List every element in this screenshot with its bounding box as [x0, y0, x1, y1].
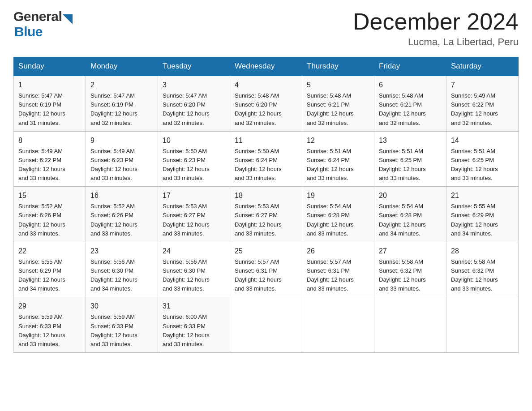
calendar-week-row: 8 Sunrise: 5:49 AMSunset: 6:22 PMDayligh… [14, 131, 519, 187]
calendar-cell [302, 297, 374, 353]
calendar-cell: 18 Sunrise: 5:53 AMSunset: 6:27 PMDaylig… [230, 187, 302, 242]
day-info: Sunrise: 5:55 AMSunset: 6:29 PMDaylight:… [18, 258, 65, 292]
day-info: Sunrise: 5:51 AMSunset: 6:25 PMDaylight:… [379, 148, 426, 181]
day-number: 10 [163, 135, 225, 146]
calendar-cell: 26 Sunrise: 5:57 AMSunset: 6:31 PMDaylig… [302, 242, 374, 297]
day-number: 3 [163, 80, 225, 90]
day-number: 16 [90, 190, 153, 201]
logo-blue-text: Blue [14, 24, 43, 39]
day-number: 7 [451, 80, 514, 90]
day-number: 21 [451, 190, 514, 201]
day-number: 4 [235, 80, 297, 90]
day-header-tuesday: Tuesday [158, 57, 230, 76]
calendar-cell: 14 Sunrise: 5:51 AMSunset: 6:25 PMDaylig… [446, 131, 519, 187]
calendar-cell: 12 Sunrise: 5:51 AMSunset: 6:24 PMDaylig… [302, 131, 374, 187]
day-info: Sunrise: 5:49 AMSunset: 6:22 PMDaylight:… [451, 92, 498, 126]
day-info: Sunrise: 5:48 AMSunset: 6:20 PMDaylight:… [235, 92, 282, 126]
day-info: Sunrise: 5:56 AMSunset: 6:30 PMDaylight:… [90, 258, 137, 292]
calendar-cell: 30 Sunrise: 5:59 AMSunset: 6:33 PMDaylig… [86, 297, 158, 353]
calendar-cell: 11 Sunrise: 5:50 AMSunset: 6:24 PMDaylig… [230, 131, 302, 187]
calendar-week-row: 22 Sunrise: 5:55 AMSunset: 6:29 PMDaylig… [14, 242, 519, 297]
day-number: 6 [379, 80, 442, 90]
calendar-cell: 10 Sunrise: 5:50 AMSunset: 6:23 PMDaylig… [158, 131, 230, 187]
day-number: 11 [235, 135, 297, 146]
day-info: Sunrise: 5:59 AMSunset: 6:33 PMDaylight:… [90, 313, 137, 347]
calendar-cell: 19 Sunrise: 5:54 AMSunset: 6:28 PMDaylig… [302, 187, 374, 242]
calendar-cell: 2 Sunrise: 5:47 AMSunset: 6:19 PMDayligh… [86, 76, 158, 131]
day-info: Sunrise: 5:57 AMSunset: 6:31 PMDaylight:… [307, 258, 354, 292]
day-number: 12 [307, 135, 369, 146]
day-number: 2 [90, 80, 153, 90]
calendar-cell: 1 Sunrise: 5:47 AMSunset: 6:19 PMDayligh… [14, 76, 86, 131]
day-info: Sunrise: 5:50 AMSunset: 6:23 PMDaylight:… [163, 148, 210, 181]
day-info: Sunrise: 5:52 AMSunset: 6:26 PMDaylight:… [18, 203, 65, 236]
day-number: 14 [451, 135, 514, 146]
calendar-cell: 28 Sunrise: 5:58 AMSunset: 6:32 PMDaylig… [446, 242, 519, 297]
day-number: 18 [235, 190, 297, 201]
day-header-monday: Monday [86, 57, 158, 76]
calendar-cell: 21 Sunrise: 5:55 AMSunset: 6:29 PMDaylig… [446, 187, 519, 242]
logo: General Blue [13, 9, 73, 39]
day-number: 9 [90, 135, 153, 146]
svg-marker-0 [63, 14, 73, 24]
day-number: 1 [18, 80, 81, 90]
calendar-header-row: SundayMondayTuesdayWednesdayThursdayFrid… [14, 57, 519, 76]
day-info: Sunrise: 5:47 AMSunset: 6:20 PMDaylight:… [163, 92, 210, 126]
day-info: Sunrise: 5:54 AMSunset: 6:28 PMDaylight:… [379, 203, 426, 236]
day-number: 24 [163, 246, 225, 257]
day-number: 5 [307, 80, 369, 90]
logo-general-text: General [13, 9, 62, 24]
day-info: Sunrise: 5:54 AMSunset: 6:28 PMDaylight:… [307, 203, 354, 236]
calendar-cell: 22 Sunrise: 5:55 AMSunset: 6:29 PMDaylig… [14, 242, 86, 297]
day-info: Sunrise: 5:58 AMSunset: 6:32 PMDaylight:… [379, 258, 426, 292]
calendar-cell: 5 Sunrise: 5:48 AMSunset: 6:21 PMDayligh… [302, 76, 374, 131]
logo-triangle-icon [63, 14, 73, 24]
day-number: 28 [451, 246, 514, 257]
day-number: 15 [18, 190, 81, 201]
day-number: 27 [379, 246, 442, 257]
day-number: 17 [163, 190, 225, 201]
day-number: 13 [379, 135, 442, 146]
day-info: Sunrise: 5:53 AMSunset: 6:27 PMDaylight:… [163, 203, 210, 236]
day-number: 20 [379, 190, 442, 201]
calendar-cell: 15 Sunrise: 5:52 AMSunset: 6:26 PMDaylig… [14, 187, 86, 242]
day-number: 19 [307, 190, 369, 201]
calendar-cell: 27 Sunrise: 5:58 AMSunset: 6:32 PMDaylig… [374, 242, 446, 297]
calendar-table: SundayMondayTuesdayWednesdayThursdayFrid… [13, 57, 519, 353]
title-block: December 2024 Lucma, La Libertad, Peru [353, 9, 519, 48]
day-info: Sunrise: 5:47 AMSunset: 6:19 PMDaylight:… [90, 92, 137, 126]
day-number: 8 [18, 135, 81, 146]
day-header-sunday: Sunday [14, 57, 86, 76]
page-header: General Blue December 2024 Lucma, La Lib… [13, 9, 519, 48]
day-header-wednesday: Wednesday [230, 57, 302, 76]
calendar-cell: 25 Sunrise: 5:57 AMSunset: 6:31 PMDaylig… [230, 242, 302, 297]
day-number: 25 [235, 246, 297, 257]
day-info: Sunrise: 5:48 AMSunset: 6:21 PMDaylight:… [379, 92, 426, 126]
day-info: Sunrise: 5:59 AMSunset: 6:33 PMDaylight:… [18, 313, 65, 347]
calendar-cell [230, 297, 302, 353]
calendar-cell: 6 Sunrise: 5:48 AMSunset: 6:21 PMDayligh… [374, 76, 446, 131]
location-title: Lucma, La Libertad, Peru [353, 36, 519, 48]
day-info: Sunrise: 5:58 AMSunset: 6:32 PMDaylight:… [451, 258, 498, 292]
day-header-friday: Friday [374, 57, 446, 76]
calendar-week-row: 15 Sunrise: 5:52 AMSunset: 6:26 PMDaylig… [14, 187, 519, 242]
calendar-cell: 16 Sunrise: 5:52 AMSunset: 6:26 PMDaylig… [86, 187, 158, 242]
month-title: December 2024 [353, 9, 519, 34]
day-info: Sunrise: 5:49 AMSunset: 6:23 PMDaylight:… [90, 148, 137, 181]
calendar-cell: 9 Sunrise: 5:49 AMSunset: 6:23 PMDayligh… [86, 131, 158, 187]
day-info: Sunrise: 5:53 AMSunset: 6:27 PMDaylight:… [235, 203, 282, 236]
day-info: Sunrise: 5:55 AMSunset: 6:29 PMDaylight:… [451, 203, 498, 236]
day-number: 30 [90, 301, 153, 312]
calendar-week-row: 29 Sunrise: 5:59 AMSunset: 6:33 PMDaylig… [14, 297, 519, 353]
calendar-cell: 7 Sunrise: 5:49 AMSunset: 6:22 PMDayligh… [446, 76, 519, 131]
day-info: Sunrise: 5:57 AMSunset: 6:31 PMDaylight:… [235, 258, 282, 292]
day-header-thursday: Thursday [302, 57, 374, 76]
day-info: Sunrise: 5:52 AMSunset: 6:26 PMDaylight:… [90, 203, 137, 236]
calendar-cell: 20 Sunrise: 5:54 AMSunset: 6:28 PMDaylig… [374, 187, 446, 242]
calendar-cell: 23 Sunrise: 5:56 AMSunset: 6:30 PMDaylig… [86, 242, 158, 297]
day-info: Sunrise: 5:49 AMSunset: 6:22 PMDaylight:… [18, 148, 65, 181]
day-number: 23 [90, 246, 153, 257]
calendar-cell: 17 Sunrise: 5:53 AMSunset: 6:27 PMDaylig… [158, 187, 230, 242]
day-info: Sunrise: 6:00 AMSunset: 6:33 PMDaylight:… [163, 313, 210, 347]
calendar-cell: 29 Sunrise: 5:59 AMSunset: 6:33 PMDaylig… [14, 297, 86, 353]
